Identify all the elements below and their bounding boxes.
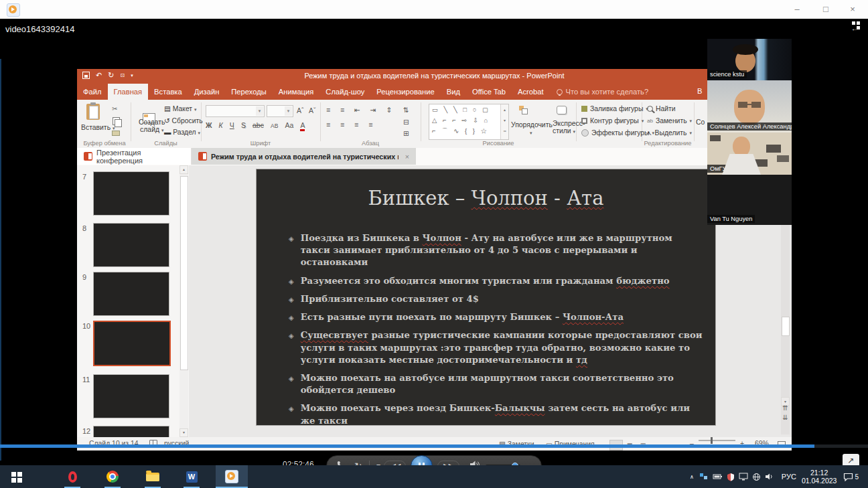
slide-thumbnail-12[interactable]: 12 <box>77 426 184 437</box>
ribbon-tab-1[interactable]: Главная <box>108 84 149 100</box>
slide-thumbnail-image <box>93 171 169 216</box>
section-button[interactable]: ▬ Раздел ▾ <box>164 129 200 136</box>
new-slide-button[interactable]: Создатьслайд ▾ <box>139 118 165 133</box>
font-color-button[interactable]: А <box>300 121 305 131</box>
language-switcher[interactable]: РУС <box>782 473 796 481</box>
volume-icon[interactable] <box>765 473 774 481</box>
slide-body-text[interactable]: ◈Поездка из Бишкека в Чолпон - Ату на ав… <box>289 232 705 433</box>
shapes-gallery-scroll[interactable]: ▴▾≂ <box>500 104 508 139</box>
arrange-button[interactable]: Упорядочить▾ <box>511 121 553 136</box>
action-center-button[interactable]: 5 <box>843 473 859 481</box>
list-buttons[interactable]: ≡ ≡ ⇤ ⇥ ⇕ <box>326 106 396 114</box>
font-name-combobox[interactable]: ▾ <box>206 105 265 117</box>
taskbar-chrome[interactable] <box>99 465 126 488</box>
clock[interactable]: 21:12 01.04.2023 <box>802 469 837 485</box>
hidden-icons-chevron[interactable]: ∧ <box>690 474 694 480</box>
participant-tile-1[interactable]: Солнцев Алексей Александрович <box>707 80 792 133</box>
previous-slide-icon[interactable]: ⇈ <box>781 404 790 413</box>
tray-app-icon[interactable] <box>699 473 709 481</box>
underline-button[interactable]: Ч <box>230 121 234 129</box>
ribbon-tab-7[interactable]: Рецензирование <box>370 84 440 100</box>
participant-tile-3[interactable]: Van Tu Nguyen <box>707 175 792 225</box>
shape-fill-button[interactable]: Заливка фигуры▾ <box>581 105 648 112</box>
quick-styles-button[interactable]: Экспресс-стили ▾ <box>553 120 585 135</box>
ribbon-tab-9[interactable]: Office Tab <box>466 84 512 100</box>
security-shield-icon[interactable] <box>727 473 735 481</box>
layout-button[interactable]: ▤ Макет ▾ <box>164 104 197 112</box>
slide-thumbnail-7[interactable]: 7 <box>77 171 184 218</box>
scrollbar-thumb[interactable] <box>782 317 790 336</box>
zoom-slider-thumb[interactable] <box>711 437 713 444</box>
powerpoint-status-bar: Слайд 10 из 14 русский ▤ Заметки ▭ Приме… <box>77 437 792 451</box>
text-run: Разумеется это обходится многим туристам… <box>301 276 616 286</box>
character-spacing-button[interactable]: АВ <box>271 123 278 129</box>
thumbnail-scrollbar[interactable]: ▴ ▾ <box>179 165 188 437</box>
folder-icon <box>146 473 159 481</box>
next-slide-icon[interactable]: ⇊ <box>781 413 790 422</box>
paste-icon[interactable] <box>86 104 100 120</box>
document-tab-2[interactable]: Режим труда и отдыха водителей на турист… <box>192 148 416 165</box>
document-tab-2-label: Режим труда и отдыха водителей на турист… <box>211 153 399 161</box>
zoom-slider[interactable] <box>699 440 735 441</box>
shrink-font-icon[interactable]: Аˇ <box>309 106 316 114</box>
ribbon-tab-8[interactable]: Вид <box>441 84 466 100</box>
bullet-text: Разумеется это обходится многим туристам… <box>301 275 670 287</box>
ribbon-tab-10[interactable]: Acrobat <box>512 84 550 100</box>
video-canvas[interactable]: video1643392414 ← ↶ ↻ ⊡ ▾ Режим труда и … <box>0 19 868 465</box>
battery-icon[interactable] <box>713 473 723 481</box>
bold-button[interactable]: Ж <box>206 121 212 129</box>
shapes-gallery[interactable]: ▭ ╲ ╲ □ ○ ▢△ ⌐ ⌐ ⇨ ⇩ ⌂⌐ ⌒ ∿ { } ☆ ▴▾≂ <box>429 104 509 140</box>
italic-button[interactable]: К <box>219 121 223 129</box>
grow-font-icon[interactable]: Аˆ <box>297 106 304 114</box>
paste-button[interactable]: Вставить ▾ <box>81 124 115 131</box>
ribbon-tab-4[interactable]: Переходы <box>225 84 272 100</box>
maximize-button[interactable]: □ <box>814 0 837 19</box>
participant-tile-2[interactable]: ОмГУПС <box>707 133 792 175</box>
scrollbar-thumb[interactable] <box>180 176 188 370</box>
text-direction-icon[interactable]: ⇅ <box>403 106 409 114</box>
replace-button[interactable]: abЗаменить▾ <box>647 117 692 125</box>
taskbar-word[interactable]: W <box>178 465 205 488</box>
copy-icon[interactable] <box>113 117 120 125</box>
seek-bar[interactable] <box>0 444 868 448</box>
participant-tile-0[interactable]: science kstu <box>707 39 792 80</box>
taskbar-explorer[interactable] <box>139 465 166 488</box>
ribbon-tab-6[interactable]: Слайд-шоу <box>319 84 370 100</box>
slide-thumbnail-11[interactable]: 11 <box>77 374 184 421</box>
slide-editor[interactable]: Бишкек – Чолпон - Ата ◈Поездка из Бишкек… <box>257 169 715 425</box>
strikethrough-button[interactable]: abc <box>252 121 264 129</box>
display-icon[interactable] <box>739 473 748 481</box>
slide-thumbnail-10[interactable]: 10 <box>77 321 184 368</box>
taskbar-media-player-active[interactable] <box>216 465 248 488</box>
document-tab-1[interactable]: Презентация конференция <box>77 148 192 165</box>
align-text-icon[interactable]: ⊟ <box>403 118 409 126</box>
select-button[interactable]: ↖Выделить▾ <box>647 129 692 137</box>
shape-effects-button[interactable]: Эффекты фигуры▾ <box>581 129 654 137</box>
ribbon-tab-5[interactable]: Анимация <box>273 84 320 100</box>
shape-outline-button[interactable]: Контур фигуры▾ <box>581 117 644 125</box>
format-painter-icon[interactable] <box>112 131 120 136</box>
scroll-down-icon[interactable]: ▾ <box>179 428 188 437</box>
ribbon-tab-2[interactable]: Вставка <box>148 84 188 100</box>
ribbon-tab-3[interactable]: Дизайн <box>188 84 226 100</box>
cut-icon[interactable]: ✂ <box>112 105 117 112</box>
scroll-up-icon[interactable]: ▴ <box>179 165 188 174</box>
taskbar-opera[interactable] <box>59 465 86 488</box>
minimize-button[interactable]: – <box>786 0 808 19</box>
ribbon-tab-0[interactable]: Файл <box>77 84 108 100</box>
reset-button[interactable]: ↺ Сбросить <box>164 116 203 125</box>
convert-smartart-icon[interactable]: ⊞ <box>403 129 409 137</box>
align-buttons[interactable]: ≡ ≡ ≡ ≡ <box>326 120 376 129</box>
start-button[interactable] <box>0 465 32 488</box>
text-shadow-button[interactable]: S <box>241 121 246 129</box>
font-size-combobox[interactable]: ▾ <box>267 105 293 117</box>
tab-close-icon[interactable]: × <box>405 153 409 161</box>
slide-thumbnail-8[interactable]: 8 <box>77 223 184 270</box>
tell-me-box[interactable]: Что вы хотите сделать? <box>557 84 649 100</box>
find-button[interactable]: Найти <box>647 105 676 112</box>
network-globe-icon[interactable] <box>752 473 761 481</box>
change-case-button[interactable]: Аа <box>285 121 293 129</box>
slide-title[interactable]: Бишкек – Чолпон - Ата <box>257 187 715 210</box>
close-button[interactable]: × <box>841 0 864 19</box>
slide-thumbnail-9[interactable]: 9 <box>77 272 184 319</box>
